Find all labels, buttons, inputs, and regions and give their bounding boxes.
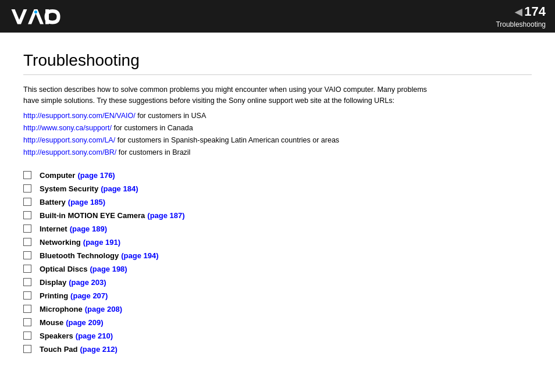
list-item: Built-in MOTION EYE Camera (page 187) xyxy=(23,211,532,220)
item-label: Networking xyxy=(40,238,81,247)
item-page-link[interactable]: (page 198) xyxy=(90,265,127,273)
list-item: Bluetooth Technology (page 194) xyxy=(23,251,532,260)
checkbox-icon xyxy=(23,251,31,259)
url-section: http://esupport.sony.com/EN/VAIO/ for cu… xyxy=(23,110,532,159)
list-item: Touch Pad (page 212) xyxy=(23,345,532,354)
url-line-4: http://esupport.sony.com/BR/ for custome… xyxy=(23,147,532,159)
list-item: Computer (page 176) xyxy=(23,171,532,180)
item-label: Optical Discs xyxy=(40,265,87,273)
item-label: System Security xyxy=(40,184,98,193)
list-item: Internet (page 189) xyxy=(23,224,532,233)
list-item: Display (page 203) xyxy=(23,278,532,287)
item-label: Printing xyxy=(40,291,68,300)
checkbox-icon xyxy=(23,171,31,179)
list-item: System Security (page 184) xyxy=(23,184,532,193)
vaio-logo xyxy=(9,8,66,25)
list-item: Microphone (page 208) xyxy=(23,305,532,313)
item-page-link[interactable]: (page 209) xyxy=(66,318,103,327)
svg-point-2 xyxy=(34,10,37,13)
item-page-link[interactable]: (page 176) xyxy=(77,171,115,180)
checkbox-icon xyxy=(23,278,31,286)
checkbox-icon xyxy=(23,291,31,300)
item-page-link[interactable]: (page 210) xyxy=(76,332,113,340)
checkbox-icon xyxy=(23,305,31,313)
item-label: Display xyxy=(40,278,66,287)
item-page-link[interactable]: (page 194) xyxy=(121,251,158,260)
main-content: Troubleshooting This section describes h… xyxy=(0,33,555,377)
checkbox-icon xyxy=(23,318,31,326)
list-item: Optical Discs (page 198) xyxy=(23,265,532,273)
checkbox-icon xyxy=(23,211,31,219)
list-item: Networking (page 191) xyxy=(23,238,532,247)
item-label: Mouse xyxy=(40,318,63,327)
item-page-link[interactable]: (page 189) xyxy=(70,224,107,233)
item-label: Speakers xyxy=(40,332,73,340)
item-label: Internet xyxy=(40,224,67,233)
item-page-link[interactable]: (page 184) xyxy=(101,184,138,193)
item-label: Touch Pad xyxy=(40,345,77,354)
item-label: Bluetooth Technology xyxy=(40,251,119,260)
item-label: Microphone xyxy=(40,305,83,313)
checkbox-icon xyxy=(23,224,31,233)
svg-marker-0 xyxy=(12,9,27,24)
checkbox-icon xyxy=(23,198,31,206)
item-page-link[interactable]: (page 212) xyxy=(80,345,117,354)
toc-list: Computer (page 176)System Security (page… xyxy=(23,171,532,354)
section-label: Troubleshooting xyxy=(496,20,546,28)
list-item: Speakers (page 210) xyxy=(23,332,532,340)
item-page-link[interactable]: (page 207) xyxy=(70,291,108,300)
list-item: Battery (page 185) xyxy=(23,198,532,206)
item-label: Computer xyxy=(40,171,75,180)
url-line-2: http://www.sony.ca/support/ for customer… xyxy=(23,122,532,134)
url-link-4[interactable]: http://esupport.sony.com/BR/ xyxy=(23,148,116,156)
page-title: Troubleshooting xyxy=(23,51,532,75)
item-page-link[interactable]: (page 191) xyxy=(83,238,120,247)
url-link-3[interactable]: http://esupport.sony.com/LA/ xyxy=(23,136,115,144)
intro-paragraph: This section describes how to solve comm… xyxy=(23,84,532,106)
checkbox-icon xyxy=(23,238,31,246)
url-link-2[interactable]: http://www.sony.ca/support/ xyxy=(23,124,112,132)
url-line-3: http://esupport.sony.com/LA/ for custome… xyxy=(23,134,532,147)
page-number: ◀ 174 xyxy=(515,4,546,19)
checkbox-icon xyxy=(23,265,31,273)
item-label: Built-in MOTION EYE Camera xyxy=(40,211,145,220)
list-item: Printing (page 207) xyxy=(23,291,532,300)
checkbox-icon xyxy=(23,184,31,193)
checkbox-icon xyxy=(23,345,31,353)
item-page-link[interactable]: (page 185) xyxy=(68,198,105,206)
item-page-link[interactable]: (page 208) xyxy=(85,305,122,313)
url-link-1[interactable]: http://esupport.sony.com/EN/VAIO/ xyxy=(23,112,136,120)
checkbox-icon xyxy=(23,332,31,340)
header: ◀ 174 Troubleshooting xyxy=(0,0,555,33)
url-line-1: http://esupport.sony.com/EN/VAIO/ for cu… xyxy=(23,110,532,122)
item-page-link[interactable]: (page 203) xyxy=(69,278,106,287)
header-right: ◀ 174 Troubleshooting xyxy=(496,4,546,28)
item-label: Battery xyxy=(40,198,66,206)
item-page-link[interactable]: (page 187) xyxy=(147,211,184,220)
list-item: Mouse (page 209) xyxy=(23,318,532,327)
